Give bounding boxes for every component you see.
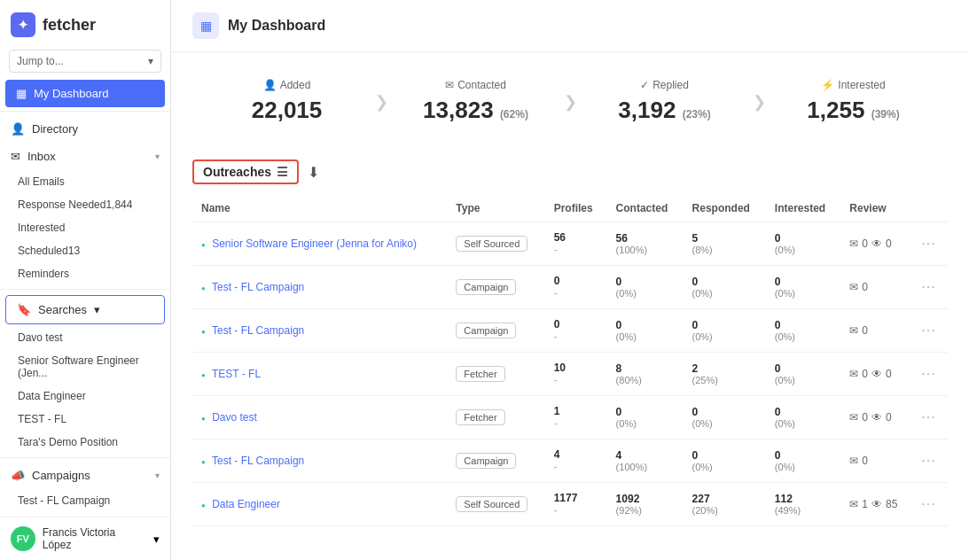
row-type-cell: Fetcher xyxy=(447,353,544,396)
row-name-link[interactable]: Data Engineer xyxy=(212,498,280,510)
type-badge: Campaign xyxy=(456,453,516,469)
review-eye-icon: 👁 xyxy=(871,411,882,424)
row-responded-cell: 5 (8%) xyxy=(684,222,766,266)
review-mail-icon: ✉ xyxy=(849,237,858,250)
searches-chevron-icon: ▾ xyxy=(94,303,100,316)
stats-row: 👤 Added 22,015 ✉ Contacted 13,823 (62%) … xyxy=(171,52,969,151)
status-dot: ● xyxy=(201,241,206,249)
response-needed-badge: 1,844 xyxy=(105,198,132,211)
chevron-icon: ▾ xyxy=(155,152,160,161)
review-mail-icon: ✉ xyxy=(849,455,858,467)
review-mail-icon: ✉ xyxy=(849,281,858,293)
type-badge: Campaign xyxy=(456,279,516,295)
row-name-cell: ● Test - FL Campaign xyxy=(192,309,447,353)
dashboard-header-icon: ▦ xyxy=(192,12,219,39)
row-more-cell: ··· xyxy=(912,396,948,439)
row-interested-cell: 0 (0%) xyxy=(766,396,841,439)
more-options-button[interactable]: ··· xyxy=(921,236,935,252)
sidebar-campaign-fl[interactable]: Test - FL Campaign xyxy=(0,489,170,512)
outreaches-table: Name Type Profiles Contacted Responded I… xyxy=(192,195,948,526)
col-type: Type xyxy=(447,195,544,222)
row-name-link[interactable]: TEST - FL xyxy=(212,368,261,380)
row-more-cell: ··· xyxy=(912,222,948,266)
jump-to-dropdown[interactable]: Jump to... ▾ xyxy=(9,50,161,73)
profiles-sub: - xyxy=(554,417,598,430)
profiles-sub: - xyxy=(554,504,598,517)
outreaches-section: Outreaches ☰ ⬇ Name Type Profiles Contac… xyxy=(171,151,969,560)
chevron-down-icon: ▾ xyxy=(148,55,153,67)
user-name: Francis Victoria López xyxy=(43,526,146,551)
replied-icon: ✓ xyxy=(640,79,649,91)
row-name-link[interactable]: Test - FL Campaign xyxy=(212,281,304,293)
sidebar-item-reminders[interactable]: Reminders xyxy=(0,262,170,285)
sidebar-item-inbox[interactable]: ✉ Inbox ▾ xyxy=(0,143,170,170)
more-options-button[interactable]: ··· xyxy=(921,279,935,295)
sidebar-item-searches[interactable]: 🔖 Searches ▾ xyxy=(5,295,165,324)
sidebar-item-response-needed[interactable]: Response Needed 1,844 xyxy=(0,193,170,216)
type-badge: Campaign xyxy=(456,323,516,338)
sidebar-item-directory[interactable]: 👤 Directory xyxy=(0,115,170,143)
stat-replied: ✓ Replied 3,192 (23%) xyxy=(570,70,759,133)
sidebar-search-data-engineer[interactable]: Data Engineer xyxy=(0,385,170,408)
review-mail-icon: ✉ xyxy=(849,498,858,510)
row-responded-cell: 227 (20%) xyxy=(684,483,766,526)
more-options-button[interactable]: ··· xyxy=(921,496,935,512)
filter-icon[interactable]: ☰ xyxy=(277,165,288,179)
sidebar-item-dashboard[interactable]: ▦ My Dashboard xyxy=(5,80,165,107)
row-contacted-cell: 0 (0%) xyxy=(607,266,684,309)
row-responded-cell: 0 (0%) xyxy=(684,396,766,439)
table-row: ● Test - FL Campaign Campaign 0 - 0 (0%)… xyxy=(192,266,948,309)
row-contacted-cell: 0 (0%) xyxy=(607,396,684,439)
review-mail-count: 1 xyxy=(862,498,868,510)
profiles-sub: - xyxy=(554,331,598,343)
more-options-button[interactable]: ··· xyxy=(921,366,935,382)
row-name-link[interactable]: Senior Software Engineer (Jenna for Anik… xyxy=(212,237,417,250)
sidebar-search-senior[interactable]: Senior Software Engineer (Jen... xyxy=(0,349,170,385)
col-contacted: Contacted xyxy=(607,195,684,222)
row-more-cell: ··· xyxy=(912,266,948,309)
row-responded-cell: 0 (0%) xyxy=(684,266,766,309)
row-profiles-cell: 0 - xyxy=(545,309,607,353)
profiles-sub: - xyxy=(554,244,598,256)
profiles-value: 4 xyxy=(554,448,598,461)
person-icon: 👤 xyxy=(11,122,25,136)
sidebar-search-davo[interactable]: Davo test xyxy=(0,326,170,349)
row-interested-cell: 0 (0%) xyxy=(766,222,841,266)
table-row: ● Davo test Fetcher 1 - 0 (0%) 0 (0%) 0 … xyxy=(192,396,948,439)
review-eye-count: 85 xyxy=(886,498,897,510)
download-button[interactable]: ⬇ xyxy=(308,164,319,181)
more-options-button[interactable]: ··· xyxy=(921,453,935,469)
more-options-button[interactable]: ··· xyxy=(921,409,935,425)
table-row: ● TEST - FL Fetcher 10 - 8 (80%) 2 (25%)… xyxy=(192,353,948,396)
row-interested-cell: 0 (0%) xyxy=(766,266,841,309)
row-name-link[interactable]: Test - FL Campaign xyxy=(212,455,304,467)
profiles-sub: - xyxy=(554,374,598,386)
row-name-link[interactable]: Davo test xyxy=(212,411,257,424)
sidebar-item-campaigns[interactable]: 📣 Campaigns ▾ xyxy=(0,462,170,489)
stat-contacted: ✉ Contacted 13,823 (62%) xyxy=(381,70,570,133)
sidebar-item-scheduled[interactable]: Scheduled 13 xyxy=(0,239,170,262)
sidebar-item-all-emails[interactable]: All Emails xyxy=(0,170,170,193)
review-mail-count: 0 xyxy=(862,455,868,467)
row-responded-cell: 2 (25%) xyxy=(684,353,766,396)
sidebar-search-test-fl[interactable]: TEST - FL xyxy=(0,408,170,431)
sidebar-search-tara[interactable]: Tara's Demo Position xyxy=(0,431,170,454)
campaigns-chevron-icon: ▾ xyxy=(155,471,160,480)
main-header: ▦ My Dashboard xyxy=(171,0,969,52)
status-dot: ● xyxy=(201,415,206,423)
row-name-link[interactable]: Test - FL Campaign xyxy=(212,324,304,337)
more-options-button[interactable]: ··· xyxy=(921,323,935,338)
profiles-value: 10 xyxy=(554,362,598,374)
sidebar-item-interested[interactable]: Interested xyxy=(0,216,170,239)
row-type-cell: Campaign xyxy=(447,309,544,353)
user-profile[interactable]: FV Francis Victoria López ▾ xyxy=(0,517,170,560)
stat-added: 👤 Added 22,015 xyxy=(192,70,381,133)
profiles-sub: - xyxy=(554,287,598,299)
review-eye-icon: 👁 xyxy=(871,237,882,250)
row-review-cell: ✉ 1 👁85 xyxy=(840,483,912,526)
user-chevron-icon: ▾ xyxy=(153,533,160,546)
outreaches-header: Outreaches ☰ ⬇ xyxy=(192,159,948,184)
review-mail-count: 0 xyxy=(862,411,868,424)
row-type-cell: Self Sourced xyxy=(447,483,544,526)
row-review-cell: ✉ 0 xyxy=(840,266,912,309)
